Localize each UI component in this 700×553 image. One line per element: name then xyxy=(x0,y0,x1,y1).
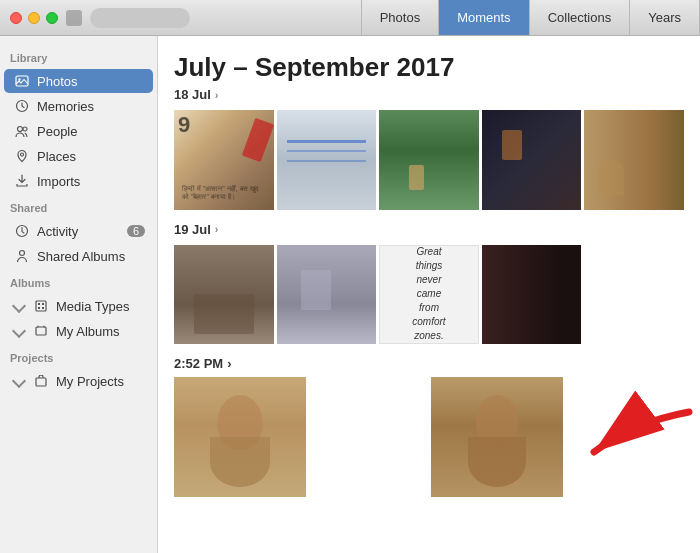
svg-rect-14 xyxy=(36,378,46,386)
svg-rect-13 xyxy=(36,327,46,335)
tab-moments[interactable]: Moments xyxy=(439,0,529,35)
sidebar-label-media-types: Media Types xyxy=(56,299,129,314)
photo-thumb-4[interactable] xyxy=(482,110,582,210)
svg-point-3 xyxy=(18,127,23,132)
svg-rect-12 xyxy=(42,307,44,309)
sidebar-label-people: People xyxy=(37,124,77,139)
photo-thumb-1[interactable]: 9 हिन्दी में "आसान" नहीं, बस खुद को "बेह… xyxy=(174,110,274,210)
my-projects-icon xyxy=(33,373,49,389)
imports-icon xyxy=(14,173,30,189)
photo-thumb-6[interactable] xyxy=(174,245,274,345)
time-label: 2:52 PM xyxy=(174,356,223,371)
sidebar: Library Photos Memories xyxy=(0,36,158,553)
traffic-lights xyxy=(0,12,58,24)
sidebar-label-photos: Photos xyxy=(37,74,77,89)
svg-rect-10 xyxy=(42,303,44,305)
disclosure-media-types xyxy=(12,299,26,313)
title-search-bar[interactable] xyxy=(90,8,190,28)
sidebar-item-my-projects[interactable]: My Projects xyxy=(4,369,153,393)
date-row-2[interactable]: 19 Jul › xyxy=(174,222,684,237)
svg-rect-8 xyxy=(36,301,46,311)
minimize-button[interactable] xyxy=(28,12,40,24)
chevron-icon-3: › xyxy=(227,356,231,371)
sidebar-item-my-albums[interactable]: My Albums xyxy=(4,319,153,343)
sidebar-item-media-types[interactable]: Media Types xyxy=(4,294,153,318)
sidebar-label-imports: Imports xyxy=(37,174,80,189)
chevron-icon-1: › xyxy=(215,89,219,101)
sidebar-label-memories: Memories xyxy=(37,99,94,114)
time-row[interactable]: 2:52 PM › xyxy=(174,356,684,371)
library-header: Library xyxy=(0,44,157,68)
disclosure-my-albums xyxy=(12,324,26,338)
selfie-photo-1[interactable] xyxy=(174,377,306,497)
tab-years[interactable]: Years xyxy=(630,0,700,35)
titlebar: Photos Moments Collections Years xyxy=(0,0,700,36)
memories-icon xyxy=(14,98,30,114)
svg-rect-9 xyxy=(38,303,40,305)
content-area: July – September 2017 18 Jul › 9 हिन्दी … xyxy=(158,36,700,553)
photo-thumb-quote[interactable]: Great things never came from comfort zon… xyxy=(379,245,479,345)
disclosure-my-projects xyxy=(12,374,26,388)
close-button[interactable] xyxy=(10,12,22,24)
window-icon xyxy=(66,10,82,26)
photo-grid-2: Great things never came from comfort zon… xyxy=(174,245,684,345)
selfie-photo-2[interactable] xyxy=(431,377,563,497)
photo-thumb-9[interactable] xyxy=(482,245,582,345)
quote-text: Great things never came from comfort zon… xyxy=(405,245,454,345)
sidebar-label-places: Places xyxy=(37,149,76,164)
shared-header: Shared xyxy=(0,194,157,218)
albums-header: Albums xyxy=(0,269,157,293)
sidebar-item-shared-albums[interactable]: Shared Albums xyxy=(4,244,153,268)
svg-point-7 xyxy=(20,251,25,256)
sidebar-label-my-projects: My Projects xyxy=(56,374,124,389)
shared-albums-icon xyxy=(14,248,30,264)
svg-rect-11 xyxy=(38,307,40,309)
photo-thumb-3[interactable] xyxy=(379,110,479,210)
sidebar-item-memories[interactable]: Memories xyxy=(4,94,153,118)
bottom-grid: www.devag.com xyxy=(174,377,684,497)
tab-photos[interactable]: Photos xyxy=(361,0,439,35)
people-icon xyxy=(14,123,30,139)
sidebar-item-people[interactable]: People xyxy=(4,119,153,143)
watermark: www.devag.com xyxy=(612,484,678,494)
photo-thumb-2[interactable] xyxy=(277,110,377,210)
places-icon xyxy=(14,148,30,164)
sidebar-item-photos[interactable]: Photos xyxy=(4,69,153,93)
svg-point-5 xyxy=(21,153,24,156)
tab-collections[interactable]: Collections xyxy=(530,0,631,35)
section-title: July – September 2017 xyxy=(174,52,684,83)
sidebar-item-places[interactable]: Places xyxy=(4,144,153,168)
activity-icon xyxy=(14,223,30,239)
photo-grid-1: 9 हिन्दी में "आसान" नहीं, बस खुद को "बेह… xyxy=(174,110,684,210)
tab-bar: Photos Moments Collections Years xyxy=(300,0,700,35)
projects-header: Projects xyxy=(0,344,157,368)
date-row-1[interactable]: 18 Jul › xyxy=(174,87,684,102)
maximize-button[interactable] xyxy=(46,12,58,24)
sidebar-item-imports[interactable]: Imports xyxy=(4,169,153,193)
media-types-icon xyxy=(33,298,49,314)
date-1-label: 18 Jul xyxy=(174,87,211,102)
photo-icon xyxy=(14,73,30,89)
svg-point-4 xyxy=(23,127,27,131)
chevron-icon-2: › xyxy=(215,223,219,235)
activity-badge: 6 xyxy=(127,225,145,237)
my-albums-icon xyxy=(33,323,49,339)
sidebar-label-shared-albums: Shared Albums xyxy=(37,249,125,264)
sidebar-item-activity[interactable]: Activity 6 xyxy=(4,219,153,243)
photo-thumb-5[interactable] xyxy=(584,110,684,210)
sidebar-label-activity: Activity xyxy=(37,224,78,239)
date-2-label: 19 Jul xyxy=(174,222,211,237)
svg-point-1 xyxy=(18,78,20,80)
main-layout: Library Photos Memories xyxy=(0,36,700,553)
photo-thumb-7[interactable] xyxy=(277,245,377,345)
sidebar-label-my-albums: My Albums xyxy=(56,324,120,339)
